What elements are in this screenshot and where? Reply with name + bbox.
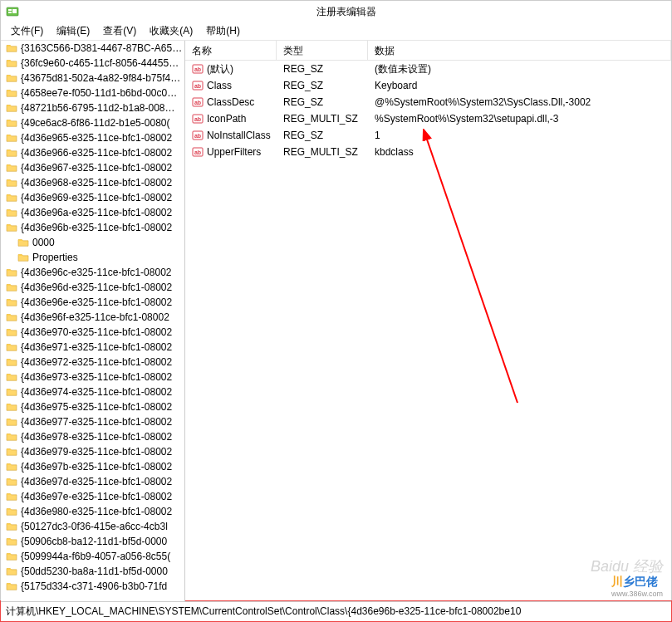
menu-file[interactable]: 文件(F) <box>4 22 50 40</box>
value-name-cell: abIconPath <box>185 113 277 125</box>
content-area: {3163C566-D381-4467-87BC-A65…{36fc9e60-c… <box>1 41 671 601</box>
tree-key[interactable]: {50127dc3-0f36-415e-a6cc-4cb3l <box>1 519 184 534</box>
tree-key[interactable]: {3163C566-D381-4467-87BC-A65… <box>1 41 184 56</box>
value-row[interactable]: ab(默认)REG_SZ(数值未设置) <box>185 61 671 77</box>
tree-key[interactable]: {4d36e97d-e325-11ce-bfc1-08002 <box>1 474 184 489</box>
folder-icon <box>6 342 17 352</box>
folder-icon <box>6 118 17 128</box>
menu-help[interactable]: 帮助(H) <box>199 22 247 40</box>
value-type: REG_SZ <box>277 63 368 75</box>
menu-edit[interactable]: 编辑(E) <box>50 22 96 40</box>
tree-key[interactable]: {4d36e974-e325-11ce-bfc1-08002 <box>1 384 184 399</box>
column-data[interactable]: 数据 <box>368 41 671 60</box>
tree-key[interactable]: {4d36e977-e325-11ce-bfc1-08002 <box>1 414 184 429</box>
value-name: (默认) <box>207 62 233 76</box>
tree-key[interactable]: {4d36e979-e325-11ce-bfc1-08002 <box>1 444 184 459</box>
folder-icon <box>6 522 17 531</box>
svg-text:ab: ab <box>194 116 201 122</box>
tree-key[interactable]: {50dd5230-ba8a-11d1-bf5d-0000 <box>1 564 184 579</box>
tree-key[interactable]: {4d36e973-e325-11ce-bfc1-08002 <box>1 370 184 384</box>
value-type: REG_MULTI_SZ <box>277 146 368 158</box>
folder-icon <box>6 267 17 277</box>
value-row[interactable]: abIconPathREG_MULTI_SZ%SystemRoot%\Syste… <box>185 110 671 127</box>
tree-key[interactable]: {4d36e971-e325-11ce-bfc1-08002 <box>1 340 184 355</box>
column-type[interactable]: 类型 <box>277 41 368 60</box>
value-name: UpperFilters <box>207 146 261 158</box>
tree-subfolder[interactable]: Properties <box>1 250 184 265</box>
tree-label: {4658ee7e-f050-11d1-b6bd-00c0… <box>21 86 177 100</box>
tree-label: {4d36e97d-e325-11ce-bfc1-08002 <box>21 474 172 489</box>
value-data: 1 <box>368 130 671 141</box>
tree-key[interactable]: {4d36e966-e325-11ce-bfc1-08002 <box>1 145 184 160</box>
tree-key[interactable]: {4d36e969-e325-11ce-bfc1-08002 <box>1 190 184 205</box>
tree-label: {4d36e965-e325-11ce-bfc1-08002 <box>21 130 172 145</box>
tree-key[interactable]: {50906cb8-ba12-11d1-bf5d-0000 <box>1 534 184 549</box>
string-value-icon: ab <box>192 130 204 141</box>
value-row[interactable]: abNoInstallClassREG_SZ1 <box>185 127 671 144</box>
tree-label: {4d36e977-e325-11ce-bfc1-08002 <box>21 414 172 429</box>
tree-key[interactable]: {4d36e975-e325-11ce-bfc1-08002 <box>1 399 184 414</box>
value-row[interactable]: abUpperFiltersREG_MULTI_SZkbdclass <box>185 144 671 160</box>
string-value-icon: ab <box>192 80 204 91</box>
tree-label: {43675d81-502a-4a82-9f84-b75f4… <box>21 71 180 86</box>
list-body[interactable]: ab(默认)REG_SZ(数值未设置)abClassREG_SZKeyboard… <box>185 61 671 601</box>
tree-key[interactable]: {4d36e968-e325-11ce-bfc1-08002 <box>1 175 184 190</box>
folder-icon <box>6 417 17 427</box>
tree-key[interactable]: {4658ee7e-f050-11d1-b6bd-00c0… <box>1 86 184 100</box>
folder-icon <box>6 178 17 188</box>
tree-key[interactable]: {43675d81-502a-4a82-9f84-b75f4… <box>1 71 184 86</box>
tree-key[interactable]: {4d36e967-e325-11ce-bfc1-08002 <box>1 160 184 175</box>
tree-key[interactable]: {4d36e96c-e325-11ce-bfc1-08002 <box>1 265 184 280</box>
folder-icon <box>6 581 17 591</box>
tree-label: {50dd5230-ba8a-11d1-bf5d-0000 <box>21 564 168 579</box>
tree-key[interactable]: {5175d334-c371-4906-b3b0-71fd <box>1 579 184 594</box>
tree-key[interactable]: {4d36e97e-e325-11ce-bfc1-08002 <box>1 489 184 504</box>
tree-key[interactable]: {4d36e972-e325-11ce-bfc1-08002 <box>1 355 184 370</box>
folder-icon <box>6 357 17 367</box>
tree-pane[interactable]: {3163C566-D381-4467-87BC-A65…{36fc9e60-c… <box>1 41 185 601</box>
tree-label: {4d36e969-e325-11ce-bfc1-08002 <box>21 190 172 205</box>
tree-key[interactable]: {4d36e96a-e325-11ce-bfc1-08002 <box>1 205 184 220</box>
tree-subfolder[interactable]: 0000 <box>1 235 184 250</box>
value-row[interactable]: abClassDescREG_SZ@%SystemRoot%\System32\… <box>185 94 671 110</box>
folder-icon <box>6 58 17 68</box>
string-value-icon: ab <box>192 113 204 125</box>
tree-key[interactable]: {36fc9e60-c465-11cf-8056-44455… <box>1 56 184 71</box>
value-data: kbdclass <box>368 146 671 158</box>
tree-key[interactable]: {49ce6ac8-6f86-11d2-b1e5-0080( <box>1 115 184 130</box>
folder-icon <box>6 133 17 143</box>
tree-key[interactable]: {4d36e978-e325-11ce-bfc1-08002 <box>1 429 184 444</box>
list-pane: 名称 类型 数据 ab(默认)REG_SZ(数值未设置)abClassREG_S… <box>185 41 671 601</box>
folder-icon <box>6 193 17 203</box>
folder-icon <box>6 432 17 442</box>
value-row[interactable]: abClassREG_SZKeyboard <box>185 77 671 94</box>
folder-icon <box>17 252 29 262</box>
tree-label: {4d36e96f-e325-11ce-bfc1-08002 <box>21 310 169 325</box>
value-name: NoInstallClass <box>207 130 271 141</box>
tree-key[interactable]: {4d36e965-e325-11ce-bfc1-08002 <box>1 130 184 145</box>
value-name-cell: abClass <box>185 80 277 91</box>
tree-key[interactable]: {4d36e96e-e325-11ce-bfc1-08002 <box>1 295 184 310</box>
tree-label: {4d36e968-e325-11ce-bfc1-08002 <box>21 175 172 190</box>
tree-label: {36fc9e60-c465-11cf-8056-44455… <box>21 56 179 71</box>
tree-key[interactable]: {4d36e970-e325-11ce-bfc1-08002 <box>1 325 184 340</box>
app-icon <box>6 5 19 18</box>
list-header: 名称 类型 数据 <box>185 41 671 61</box>
value-name: Class <box>207 80 232 91</box>
value-data: @%SystemRoot%\System32\SysClass.Dll,-300… <box>368 96 671 108</box>
tree-label: {4d36e980-e325-11ce-bfc1-08002 <box>21 504 172 519</box>
tree-key[interactable]: {4d36e96d-e325-11ce-bfc1-08002 <box>1 280 184 295</box>
column-name[interactable]: 名称 <box>185 41 277 60</box>
tree-key[interactable]: {4d36e97b-e325-11ce-bfc1-08002 <box>1 459 184 474</box>
tree-key[interactable]: {48721b56-6795-11d2-b1a8-008… <box>1 100 184 115</box>
value-name-cell: ab(默认) <box>185 62 277 76</box>
menu-view[interactable]: 查看(V) <box>96 22 143 40</box>
tree-key[interactable]: {4d36e96f-e325-11ce-bfc1-08002 <box>1 310 184 325</box>
tree-key[interactable]: {5099944a-f6b9-4057-a056-8c55( <box>1 549 184 564</box>
annotation-arrow <box>418 129 526 411</box>
tree-key[interactable]: {4d36e96b-e325-11ce-bfc1-08002 <box>1 220 184 235</box>
menubar: 文件(F) 编辑(E) 查看(V) 收藏夹(A) 帮助(H) <box>1 22 671 41</box>
menu-favorites[interactable]: 收藏夹(A) <box>143 22 199 40</box>
tree-key[interactable]: {4d36e980-e325-11ce-bfc1-08002 <box>1 504 184 519</box>
folder-icon <box>6 492 17 502</box>
